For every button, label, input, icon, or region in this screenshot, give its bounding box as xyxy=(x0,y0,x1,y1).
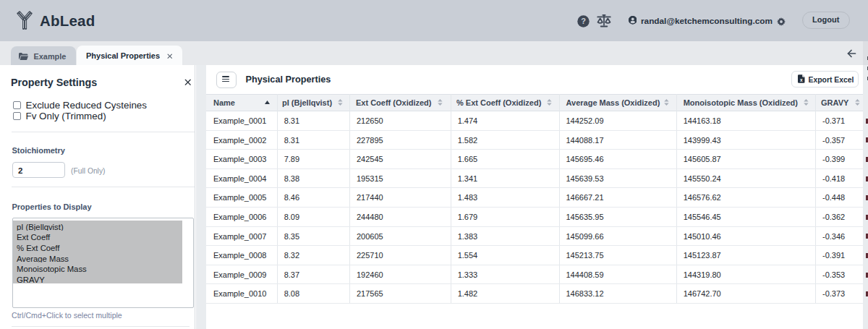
svg-text:x: x xyxy=(800,77,803,82)
svg-text:?: ? xyxy=(581,17,586,25)
